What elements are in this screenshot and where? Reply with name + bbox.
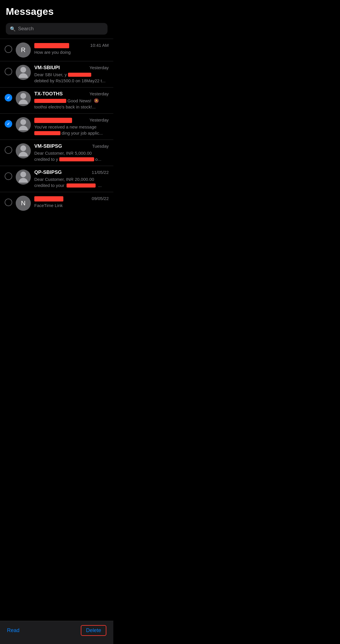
message-time: 11/05/22 bbox=[92, 170, 109, 175]
message-content: 09/05/22 FaceTime Link bbox=[34, 196, 109, 208]
message-preview: FaceTime Link bbox=[34, 202, 109, 208]
search-placeholder: Search bbox=[18, 26, 34, 32]
message-content: TX-TOOTHS Yesterday Good News! 🔕 toothsi… bbox=[34, 91, 109, 110]
message-preview: Dear SBI User, y debited by Rs1500.0 on … bbox=[34, 72, 109, 84]
message-preview: Good News! 🔕 toothsi electro's back in s… bbox=[34, 98, 109, 110]
select-circle-1[interactable] bbox=[5, 45, 12, 53]
message-preview: How are you doing bbox=[34, 49, 109, 55]
message-time: 09/05/22 bbox=[92, 196, 109, 201]
sender-name bbox=[34, 42, 88, 48]
avatar-initial: N bbox=[21, 199, 26, 207]
sender-name: VM-SBIUPI bbox=[34, 65, 87, 71]
header: Messages bbox=[0, 0, 113, 20]
avatar bbox=[16, 117, 31, 132]
messages-list: R 10:41 AM How are you doing VM-SBIUPI Y… bbox=[0, 39, 113, 214]
select-circle-6[interactable] bbox=[5, 172, 12, 180]
sender-name: TX-TOOTHS bbox=[34, 91, 87, 97]
list-item[interactable]: VM-SBIUPI Yesterday Dear SBI User, y deb… bbox=[0, 61, 113, 87]
message-content: VM-SBIPSG Tuesday Dear Customer, INR 5,0… bbox=[34, 143, 109, 162]
message-content: Yesterday You've received a new message … bbox=[34, 117, 109, 136]
redacted-block bbox=[34, 196, 63, 201]
message-content: QP-SBIPSG 11/05/22 Dear Customer, INR 20… bbox=[34, 170, 109, 188]
list-item[interactable]: R 10:41 AM How are you doing bbox=[0, 39, 113, 61]
avatar bbox=[16, 65, 31, 80]
select-circle-7[interactable] bbox=[5, 199, 12, 206]
message-time: Yesterday bbox=[90, 91, 109, 96]
avatar bbox=[16, 91, 31, 106]
mute-icon: 🔕 bbox=[94, 98, 99, 104]
avatar bbox=[16, 170, 31, 185]
message-time: 10:41 AM bbox=[90, 43, 109, 48]
redacted-block bbox=[34, 43, 69, 48]
search-icon: 🔍 bbox=[10, 26, 16, 32]
message-time: Yesterday bbox=[90, 117, 109, 122]
page-title: Messages bbox=[6, 6, 108, 17]
list-item[interactable]: N 09/05/22 FaceTime Link bbox=[0, 192, 113, 214]
list-item[interactable]: QP-SBIPSG 11/05/22 Dear Customer, INR 20… bbox=[0, 166, 113, 192]
message-preview: Dear Customer, INR 5,000.00 credited to … bbox=[34, 150, 109, 162]
select-circle-4[interactable]: ✓ bbox=[5, 120, 12, 128]
list-item[interactable]: ✓ TX-TOOTHS Yesterday Good News! 🔕 tooth… bbox=[0, 87, 113, 113]
message-content: VM-SBIUPI Yesterday Dear SBI User, y deb… bbox=[34, 65, 109, 84]
message-preview: You've received a new message ding your … bbox=[34, 124, 109, 136]
sender-name: QP-SBIPSG bbox=[34, 170, 90, 175]
select-circle-2[interactable] bbox=[5, 68, 12, 75]
select-circle-5[interactable] bbox=[5, 146, 12, 154]
select-circle-3[interactable]: ✓ bbox=[5, 94, 12, 101]
search-bar[interactable]: 🔍 Search bbox=[6, 23, 108, 35]
avatar-initial: R bbox=[21, 46, 26, 54]
message-time: Tuesday bbox=[92, 144, 109, 149]
message-time: Yesterday bbox=[90, 65, 109, 70]
sender-name: VM-SBIPSG bbox=[34, 143, 90, 149]
avatar: R bbox=[16, 42, 31, 58]
redacted-block bbox=[34, 118, 72, 123]
message-content: 10:41 AM How are you doing bbox=[34, 42, 109, 55]
sender-name bbox=[34, 196, 90, 201]
sender-name bbox=[34, 117, 87, 123]
list-item[interactable]: VM-SBIPSG Tuesday Dear Customer, INR 5,0… bbox=[0, 140, 113, 166]
avatar: N bbox=[16, 196, 31, 211]
message-preview: Dear Customer, INR 20,000.00 credited to… bbox=[34, 176, 109, 188]
avatar bbox=[16, 143, 31, 158]
list-item[interactable]: ✓ Yesterday You've received a new messag… bbox=[0, 113, 113, 140]
